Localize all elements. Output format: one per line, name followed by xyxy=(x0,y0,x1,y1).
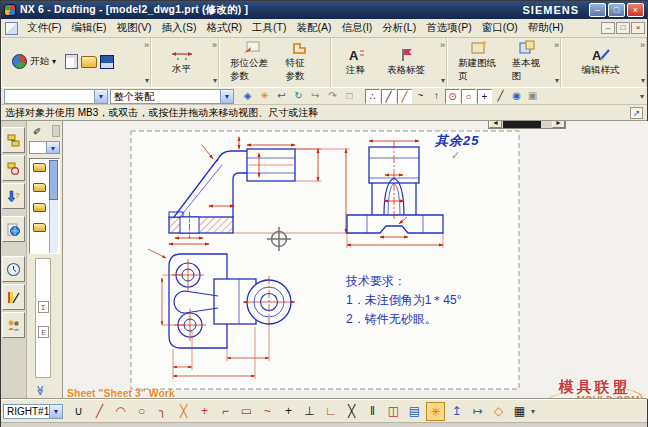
select-filter-icon[interactable]: ◈ xyxy=(240,89,255,104)
overflow-chevron-icon[interactable]: » xyxy=(440,40,445,50)
highlight-star-icon[interactable]: ✳ xyxy=(257,89,272,104)
toolbar-options-icon[interactable]: ▾ xyxy=(640,92,644,101)
project-curve-icon[interactable]: ↦ xyxy=(468,402,487,421)
internet-tab[interactable] xyxy=(2,216,25,242)
mdi-minimize-button[interactable]: – xyxy=(601,22,615,34)
panel-scroll-icon[interactable] xyxy=(52,125,60,137)
base-view-button[interactable]: 基本视图 xyxy=(506,37,548,86)
chevron-down-icon[interactable]: ▼ xyxy=(46,142,59,153)
perpendicular-constraint-icon[interactable]: ⊥ xyxy=(300,402,319,421)
chevron-down-icon[interactable]: ▼ xyxy=(94,90,107,103)
menu-information[interactable]: 信息(I) xyxy=(336,19,377,37)
new-file-icon[interactable] xyxy=(65,54,78,69)
quick-extend-icon[interactable]: ⌐ xyxy=(216,402,235,421)
chevron-down-icon[interactable]: ▼ xyxy=(49,405,62,418)
grid-icon[interactable]: ▦ xyxy=(510,402,529,421)
constraint-navigator-tab[interactable] xyxy=(2,155,25,181)
menu-assemblies[interactable]: 装配(A) xyxy=(291,19,336,37)
snap-point-icon[interactable]: ∴ xyxy=(365,89,380,104)
end-point-icon[interactable]: ╱ xyxy=(381,89,396,104)
point-on-curve-icon[interactable]: ~ xyxy=(413,89,428,104)
toolbar-options-icon[interactable]: ▾ xyxy=(641,76,645,85)
overflow-chevron-icon[interactable]: » xyxy=(554,40,559,50)
scrollbar-thumb[interactable] xyxy=(49,160,58,200)
annotation-button[interactable]: A 注释 xyxy=(341,44,370,80)
arrow-snap-icon[interactable]: ↑ xyxy=(429,89,444,104)
scroll-left-icon[interactable]: ◄ xyxy=(489,121,502,128)
table-label-button[interactable]: 表格标签 xyxy=(382,44,430,80)
toolbar-options-icon[interactable]: ▾ xyxy=(145,76,149,85)
point-icon[interactable]: + xyxy=(279,402,298,421)
pin-icon[interactable]: ✐ xyxy=(33,126,41,137)
circle-snap-icon[interactable]: ○ xyxy=(461,89,476,104)
part-navigator-tab[interactable]: ? xyxy=(2,183,25,209)
open-file-icon[interactable] xyxy=(81,56,97,68)
selection-filter-combo[interactable]: ▼ xyxy=(4,89,108,104)
minimize-button[interactable]: – xyxy=(589,3,606,17)
menu-window[interactable]: 窗口(O) xyxy=(477,19,523,37)
quick-trim-icon[interactable]: + xyxy=(195,402,214,421)
auto-constrain-icon[interactable]: ╳ xyxy=(342,402,361,421)
arc-icon[interactable]: ◠ xyxy=(111,402,130,421)
roles-tab[interactable] xyxy=(2,312,25,338)
toolbar-options-icon[interactable]: ▾ xyxy=(531,407,535,416)
popout-icon[interactable]: ↗ xyxy=(630,107,643,119)
menu-view[interactable]: 视图(V) xyxy=(111,19,156,37)
horizontal-dimension-button[interactable]: 水平 xyxy=(165,45,199,79)
title-bar[interactable]: NX 6 - Drafting - [model2_dwg1.prt (修改的)… xyxy=(1,1,647,19)
sheet-item-icon[interactable] xyxy=(33,223,46,232)
mdi-close-button[interactable]: × xyxy=(631,22,645,34)
lasso-rectangle-icon[interactable]: □ xyxy=(342,89,357,104)
graphics-window[interactable]: ◄ ► 其余25 ✓ 技术要求： 1．未注倒角为1＊45° 2．铸件无砂眼。 S… xyxy=(63,121,648,399)
profile-icon[interactable]: ∪ xyxy=(69,402,88,421)
pattern-curve-icon[interactable]: ▤ xyxy=(405,402,424,421)
chamfer-icon[interactable]: ╳ xyxy=(174,402,193,421)
overflow-chevron-icon[interactable]: » xyxy=(640,40,645,50)
redo-arrow-icon[interactable]: ↪ xyxy=(308,89,323,104)
intersection-icon[interactable]: + xyxy=(477,89,492,104)
pocket-icon[interactable]: ◇ xyxy=(489,402,508,421)
sheet-list[interactable] xyxy=(29,158,60,254)
show-constraints-icon[interactable]: ‖ xyxy=(363,402,382,421)
save-icon[interactable] xyxy=(100,55,114,69)
mirror-curve-icon[interactable]: ◫ xyxy=(384,402,403,421)
rotate-icon[interactable]: ↻ xyxy=(291,89,306,104)
edit-style-button[interactable]: A 编辑样式 xyxy=(577,44,625,80)
new-sheet-button[interactable]: 新建图纸页 xyxy=(453,37,502,86)
toolbar-options-icon[interactable]: ▾ xyxy=(441,76,445,85)
sheet-item-icon[interactable] xyxy=(33,163,46,172)
assembly-navigator-tab[interactable] xyxy=(2,127,25,153)
constraints-icon[interactable]: ∟ xyxy=(321,402,340,421)
mid-point-icon[interactable]: ╱ xyxy=(397,89,412,104)
menu-preferences[interactable]: 首选项(P) xyxy=(421,19,477,37)
view-selector-combo[interactable]: RIGHT#1 ▼ xyxy=(3,404,63,419)
snap-wand-icon[interactable]: ✳ xyxy=(426,402,445,421)
mdi-restore-button[interactable]: □ xyxy=(616,22,630,34)
view-scrollbar[interactable]: ◄ ► xyxy=(488,121,566,129)
circle-icon[interactable]: ○ xyxy=(132,402,151,421)
undo-arrow-icon[interactable]: ↩ xyxy=(274,89,289,104)
line-icon[interactable]: ╱ xyxy=(90,402,109,421)
history-tab[interactable] xyxy=(2,256,25,282)
rectangle-icon[interactable]: ▭ xyxy=(237,402,256,421)
gdt-parameters-button[interactable]: 形位公差参数 xyxy=(225,37,276,86)
point-slash-icon[interactable]: ╱ xyxy=(493,89,508,104)
menu-tools[interactable]: 工具(T) xyxy=(247,19,291,37)
redo-arrow2-icon[interactable]: ↷ xyxy=(325,89,340,104)
menu-file[interactable]: 文件(F) xyxy=(22,19,66,37)
toolbar-options-icon[interactable]: ▾ xyxy=(555,76,559,85)
overflow-chevron-icon[interactable]: » xyxy=(144,40,149,50)
start-button[interactable]: 开始▾ xyxy=(7,51,61,72)
visualization-tab[interactable] xyxy=(2,284,25,310)
scrollbar-thumb[interactable] xyxy=(503,121,541,128)
maximize-button[interactable]: □ xyxy=(608,3,625,17)
menu-insert[interactable]: 插入(S) xyxy=(156,19,201,37)
chevron-down-icon[interactable]: ▼ xyxy=(220,90,233,103)
sheet-item-icon[interactable] xyxy=(33,183,46,192)
collapse-panel-icon[interactable]: ≫ xyxy=(35,385,46,395)
navigator-combo[interactable]: ▼ xyxy=(29,141,60,154)
cube-icon[interactable]: ▣ xyxy=(525,89,540,104)
menu-help[interactable]: 帮助(H) xyxy=(523,19,569,37)
scroll-right-icon[interactable]: ► xyxy=(552,121,565,128)
sheet-item-icon[interactable] xyxy=(33,203,46,212)
